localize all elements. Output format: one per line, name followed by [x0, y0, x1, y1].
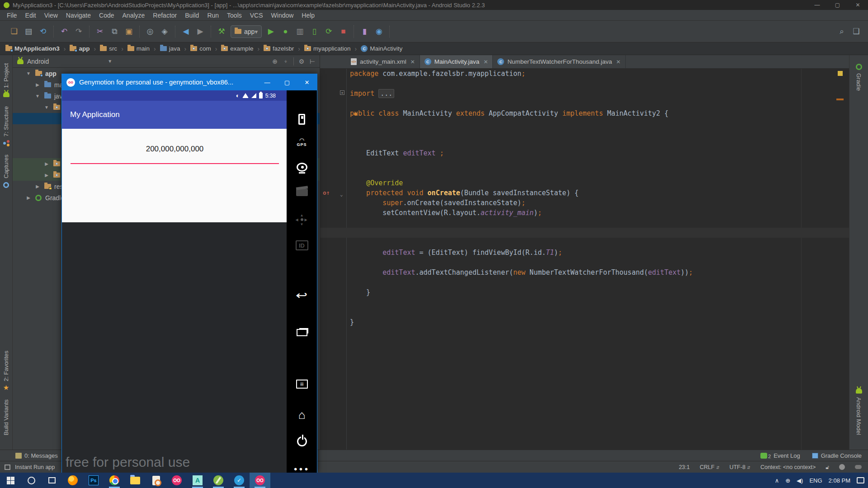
breadcrumb-item-app[interactable]: app [69, 45, 90, 52]
menu-item-tools[interactable]: Tools [223, 11, 246, 20]
settings-gear-icon[interactable]: ⚙ [296, 56, 307, 66]
taskbar-search-document-icon[interactable] [146, 473, 166, 488]
tab-close-icon[interactable]: ✕ [483, 59, 488, 65]
taskbar-start-icon[interactable] [0, 473, 21, 488]
toolwindow-button-1-project[interactable]: 1: Project [0, 63, 12, 98]
chevron-collapsed-icon[interactable]: ▶ [44, 161, 49, 166]
home-icon[interactable]: ⌂ [287, 408, 317, 422]
breadcrumb-item-src[interactable]: src [99, 45, 118, 52]
taskbar-genymotion-icon[interactable]: OO [166, 473, 187, 488]
chevron-collapsed-icon[interactable]: ▶ [35, 184, 40, 189]
collapse-all-icon[interactable]: ⍖ [280, 56, 291, 66]
toolwindow-button-build-variants[interactable]: Build Variants [0, 399, 12, 435]
back-icon[interactable]: ◀ [179, 26, 192, 38]
language-indicator[interactable]: ENG [809, 477, 822, 484]
taskbar-clock[interactable]: 2:08 PM [829, 477, 850, 484]
chevron-collapsed-icon[interactable]: ▶ [26, 195, 31, 200]
inspections-profile-icon[interactable] [839, 464, 845, 470]
power-icon[interactable] [287, 436, 317, 446]
breadcrumb-item-myapplication3[interactable]: MyApplication3 [5, 45, 61, 52]
save-icon[interactable]: ▤ [22, 26, 35, 38]
breadcrumb-item-main[interactable]: main [127, 45, 151, 52]
breadcrumb-item-myapplication[interactable]: myapplication [303, 45, 352, 52]
network-icon[interactable]: ⊕ [785, 477, 790, 484]
gps-icon[interactable]: ◠GPS [287, 139, 317, 147]
menu-item-refactor[interactable]: Refactor [149, 11, 181, 20]
chevron-collapsed-icon[interactable]: ▶ [35, 82, 40, 87]
toolwindow-toggle-icon[interactable] [5, 465, 10, 470]
chevron-collapsed-icon[interactable]: ▶ [44, 173, 49, 178]
chevron-expanded-icon[interactable]: ▼ [35, 94, 40, 99]
menu-item-file[interactable]: File [3, 11, 21, 20]
close-button[interactable]: ✕ [848, 0, 868, 10]
chevron-expanded-icon[interactable]: ▼ [44, 105, 49, 110]
project-view-selector[interactable]: Android [27, 58, 49, 65]
emulator-minimize-button[interactable]: — [257, 74, 277, 90]
breadcrumb-item-fazelsbr[interactable]: fazelsbr [263, 45, 295, 52]
taskbar-cortana-icon[interactable] [21, 473, 42, 488]
taskbar-a-app-icon[interactable]: A [187, 473, 208, 488]
gradle-console-button[interactable]: Gradle Console [812, 452, 862, 459]
chevron-down-icon[interactable]: ▼ [108, 59, 112, 64]
tab-mainactivity-java[interactable]: CMainActivity.java✕ [420, 55, 493, 68]
tab-close-icon[interactable]: ✕ [616, 59, 621, 65]
show-panels-icon[interactable]: ❑ [850, 26, 863, 38]
screencast-icon[interactable] [287, 189, 317, 196]
debug-icon[interactable]: ● [279, 26, 292, 38]
taskbar-chrome-icon[interactable] [104, 473, 125, 488]
run-config-dropdown[interactable]: app ▾ [231, 25, 262, 38]
replace-icon[interactable]: ◈ [158, 26, 171, 38]
breadcrumb-item-java[interactable]: java [159, 45, 181, 52]
toolwindow-button-android-model[interactable]: Android Model [849, 387, 868, 435]
event-log-button[interactable]: 2 Event Log [760, 452, 800, 459]
breadcrumb-item-example[interactable]: example [220, 45, 254, 52]
taskbar-firefox-icon[interactable] [62, 473, 83, 488]
taskbar-genymotion-player-icon[interactable]: OO [250, 473, 270, 488]
genymotion-titlebar[interactable]: oo Genymotion for personal use - genymot… [62, 74, 317, 90]
menu-item-view[interactable]: View [40, 11, 62, 20]
tab-close-icon[interactable]: ✕ [410, 59, 415, 65]
toolwindow-button-gradle[interactable]: Gradle [849, 63, 868, 91]
fold-expand-icon[interactable]: + [340, 90, 344, 95]
avd-manager-icon[interactable]: ▮ [358, 26, 371, 38]
sync-icon[interactable]: ⟲ [37, 26, 49, 38]
back-icon[interactable]: ↩ [287, 289, 317, 302]
line-ending-selector[interactable]: CRLF ⇵ [700, 464, 720, 470]
battery-icon[interactable] [287, 114, 317, 125]
toolwindow-button-captures[interactable]: Captures [0, 155, 12, 188]
tab-activity-main-xml[interactable]: activity_main.xml✕ [346, 55, 420, 68]
amount-edittext[interactable]: 200,000,000,000 [62, 145, 288, 154]
cut-icon[interactable]: ✂ [94, 26, 106, 38]
menu-item-window[interactable]: Window [267, 11, 298, 20]
compile-icon[interactable]: ⚒ [215, 26, 228, 38]
notification-center-icon[interactable] [857, 477, 864, 483]
menu-icon[interactable]: ≡ [287, 380, 317, 389]
locate-icon[interactable]: ⊕ [269, 56, 280, 66]
menu-item-run[interactable]: Run [203, 11, 223, 20]
messages-toolwindow-button[interactable]: 0: Messages [15, 452, 58, 459]
copy-icon[interactable]: ⧉ [108, 26, 121, 38]
menu-item-code[interactable]: Code [95, 11, 118, 20]
taskbar-photoshop-icon[interactable]: Ps [83, 473, 104, 488]
caret-position[interactable]: 23:1 [679, 464, 689, 470]
maximize-button[interactable]: ▢ [827, 0, 848, 10]
menu-item-analyze[interactable]: Analyze [118, 11, 149, 20]
more-options-icon[interactable]: ●●● [287, 465, 317, 472]
minimize-button[interactable]: — [807, 0, 827, 10]
attach-debugger-icon[interactable]: ▯ [308, 26, 321, 38]
override-gutter-icon[interactable]: o↑ [323, 188, 330, 198]
device-screen[interactable]: ◐ 5:38 My Application 200,000,000,000 [62, 90, 288, 222]
camera-icon[interactable] [287, 163, 317, 172]
menu-item-vcs[interactable]: VCS [246, 11, 267, 20]
recent-apps-icon[interactable] [287, 327, 317, 336]
emulator-close-button[interactable]: ✕ [297, 74, 317, 90]
forward-icon[interactable]: ▶ [194, 26, 207, 38]
taskbar-android-studio-icon[interactable] [208, 473, 229, 488]
hide-panel-icon[interactable]: ⊢ [307, 56, 318, 66]
paste-icon[interactable]: ▣ [123, 26, 135, 38]
tab-numbertextwatcherforthousand-java[interactable]: CNumberTextWatcherForThousand.java✕ [493, 55, 625, 68]
emulator-maximize-button[interactable]: ▢ [277, 74, 297, 90]
menu-item-navigate[interactable]: Navigate [62, 11, 95, 20]
profile-icon[interactable]: ▥ [293, 26, 306, 38]
tray-expand-icon[interactable]: ∧ [775, 477, 779, 484]
